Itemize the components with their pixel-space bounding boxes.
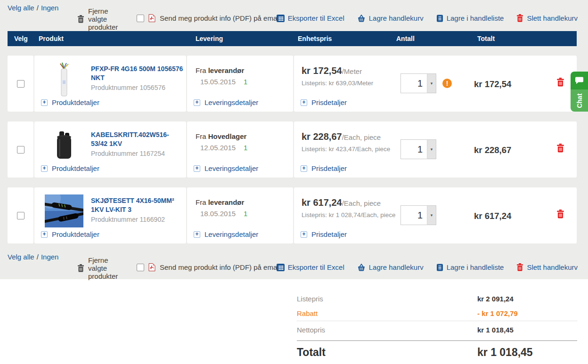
row-select-card (8, 56, 33, 112)
product-details-toggle[interactable]: + Produktdetaljer (41, 230, 99, 238)
list-price-value: kr 2 091,24 (477, 295, 577, 303)
warning-icon[interactable]: ! (442, 79, 452, 88)
stock-quantity: 1 (244, 144, 247, 152)
row-select-checkbox[interactable] (17, 212, 24, 219)
export-excel-button[interactable]: Eksporter til Excel (277, 263, 344, 271)
summary-discount-row: Rabatt - kr 1 072,79 (297, 306, 577, 321)
row-total: kr 617,24 (474, 211, 511, 221)
quantity-dropdown-button[interactable]: ▾ (427, 73, 436, 93)
price-info: kr 172,54/Meter Listepris: kr 639,03/Met… (302, 65, 399, 87)
cart-row: SKJØTESETT 4X16-50MM² 1KV LV-KIT 3 Produ… (8, 187, 577, 243)
unit-of-measure: /Each, piece (342, 133, 381, 141)
expand-plus-icon: + (41, 231, 48, 238)
cart-row: PFXP-FR 4G16 500M 1056576 NKT Produktnum… (8, 56, 577, 112)
delete-cart-button[interactable]: Slett handlekurv (516, 14, 578, 22)
excel-icon (277, 264, 285, 271)
chat-label: Chat (576, 93, 583, 108)
delivery-card: Fra Hovedlager 12.05.20151 + Leveringsde… (187, 121, 293, 178)
send-pdf-label: Send meg produkt info (PDF) på email (160, 263, 280, 271)
delivery-details-toggle[interactable]: + Leveringsdetaljer (194, 164, 258, 172)
select-separator: / (37, 4, 39, 12)
product-card: PFXP-FR 4G16 500M 1056576 NKT Produktnum… (34, 56, 186, 112)
price-details-toggle[interactable]: + Prisdetaljer (301, 98, 347, 106)
send-pdf-checkbox[interactable] (137, 15, 144, 22)
quantity-input[interactable] (400, 205, 427, 225)
send-pdf-option: Send meg produkt info (PDF) på email (137, 263, 280, 271)
delete-cart-trash-icon (516, 14, 523, 22)
export-excel-label: Eksporter til Excel (288, 263, 344, 271)
cart-summary-section: Listepris kr 2 091,24 Rabatt - kr 1 072,… (0, 279, 588, 364)
stock-quantity: 1 (244, 210, 247, 218)
product-details-toggle[interactable]: + Produktdetaljer (41, 164, 99, 172)
delivery-source: Fra leverandør (196, 198, 244, 206)
chat-widget[interactable]: Chat (571, 72, 588, 112)
delete-row-icon[interactable] (556, 210, 564, 218)
expand-plus-icon: + (194, 165, 200, 172)
row-select-checkbox[interactable] (17, 80, 24, 88)
table-header: Velg Produkt Levering Enhetspris Antall … (8, 31, 577, 46)
price-details-toggle[interactable]: + Prisdetaljer (301, 164, 347, 172)
product-info: PFXP-FR 4G16 500M 1056576 NKT Produktnum… (91, 65, 183, 91)
cart-row: KABELSKRITT.402W516-53/42 1KV Produktnum… (8, 121, 577, 178)
delivery-date-line: 15.05.20151 (200, 78, 247, 86)
delivery-date: 18.05.2015 (200, 210, 244, 218)
select-all-link[interactable]: Velg alle (8, 253, 34, 261)
delivery-date-line: 12.05.20151 (200, 144, 247, 152)
select-none-link[interactable]: Ingen (41, 253, 59, 261)
send-pdf-checkbox[interactable] (137, 264, 144, 271)
product-title-link[interactable]: SKJØTESETT 4X16-50MM² 1KV LV-KIT 3 (91, 196, 183, 214)
expand-plus-icon: + (194, 99, 200, 106)
delivery-date: 12.05.2015 (200, 144, 244, 152)
product-info: SKJØTESETT 4X16-50MM² 1KV LV-KIT 3 Produ… (91, 196, 183, 223)
chat-tab: Chat (571, 89, 588, 112)
save-cart-button[interactable]: Lagre handlekurv (357, 263, 424, 271)
quantity-dropdown-button[interactable]: ▾ (427, 205, 436, 225)
row-select-card (8, 121, 33, 178)
stock-quantity: 1 (244, 78, 247, 86)
delivery-details-toggle[interactable]: + Leveringsdetaljer (194, 98, 258, 106)
product-number: Produktnummer 1167254 (91, 150, 183, 157)
quantity-input[interactable] (400, 139, 427, 159)
quantity-input[interactable] (400, 73, 427, 93)
expand-plus-icon: + (301, 99, 307, 106)
col-header-enhetspris: Enhetspris (298, 31, 332, 46)
delivery-source: Fra Hovedlager (196, 132, 246, 140)
expand-plus-icon: + (194, 231, 200, 238)
unit-price: kr 228,67 (302, 131, 342, 142)
delivery-date: 15.05.2015 (200, 78, 244, 86)
product-title-link[interactable]: KABELSKRITT.402W516-53/42 1KV (91, 130, 183, 148)
save-list-button[interactable]: Lagre i handleliste (436, 14, 504, 22)
price-details-toggle[interactable]: + Prisdetaljer (301, 230, 347, 238)
delete-row-icon[interactable] (556, 144, 564, 153)
cart-rows: PFXP-FR 4G16 500M 1056576 NKT Produktnum… (8, 56, 577, 243)
quantity-control: ▾ (400, 205, 436, 225)
quantity-control: ▾ (400, 139, 436, 159)
row-select-card (8, 187, 33, 243)
product-title-link[interactable]: PFXP-FR 4G16 500M 1056576 NKT (91, 65, 183, 82)
save-list-button[interactable]: Lagre i handleliste (436, 263, 504, 271)
discount-value: - kr 1 072,79 (477, 309, 577, 317)
col-header-antall: Antall (396, 31, 415, 46)
notepad-icon (436, 264, 443, 271)
chat-bubble-icon (571, 72, 588, 89)
delivery-details-toggle[interactable]: + Leveringsdetaljer (194, 230, 258, 238)
price-card: kr 228,67/Each, piece Listepris: kr 423,… (294, 121, 577, 178)
delete-row-icon[interactable] (556, 78, 564, 87)
select-none-link[interactable]: Ingen (41, 4, 59, 12)
product-details-toggle[interactable]: + Produktdetaljer (41, 98, 99, 106)
summary-list-price-row: Listepris kr 2 091,24 (297, 291, 577, 306)
delivery-card: Fra leverandør 18.05.20151 + Leveringsde… (187, 187, 293, 243)
quantity-dropdown-button[interactable]: ▾ (427, 139, 436, 159)
col-header-produkt: Produkt (39, 31, 64, 46)
pdf-icon (148, 263, 155, 271)
export-excel-button[interactable]: Eksporter til Excel (277, 14, 344, 22)
row-select-checkbox[interactable] (17, 146, 24, 154)
basket-icon (357, 264, 366, 271)
save-cart-label: Lagre handlekurv (369, 14, 424, 22)
delete-cart-button[interactable]: Slett handlekurv (516, 263, 578, 271)
product-card: KABELSKRITT.402W516-53/42 1KV Produktnum… (34, 121, 186, 178)
row-total: kr 228,67 (474, 145, 511, 155)
product-info: KABELSKRITT.402W516-53/42 1KV Produktnum… (91, 130, 183, 157)
save-cart-button[interactable]: Lagre handlekurv (357, 14, 424, 22)
select-all-link[interactable]: Velg alle (8, 4, 34, 12)
